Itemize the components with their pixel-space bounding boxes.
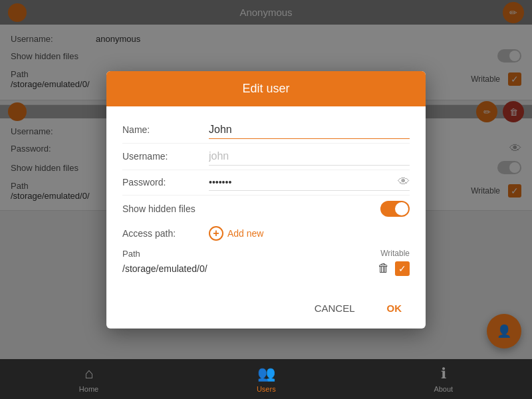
- show-hidden-label: Show hidden files: [122, 203, 209, 214]
- users-label: Users: [257, 385, 276, 393]
- password-wrapper: 👁: [209, 174, 410, 191]
- cancel-button[interactable]: CANCEL: [307, 299, 363, 318]
- path-section-row: /storage/emulated/0/ 🗑 ✓: [122, 259, 410, 276]
- name-label: Name:: [122, 124, 209, 135]
- about-icon: ℹ: [441, 365, 446, 382]
- plus-icon: +: [213, 227, 219, 239]
- add-new-label: Add new: [227, 228, 263, 239]
- add-new-button[interactable]: + Add new: [209, 226, 263, 241]
- path-value-text: /storage/emulated/0/: [122, 263, 207, 274]
- ok-button[interactable]: OK: [379, 299, 410, 318]
- path-section-label: Path: [122, 249, 140, 259]
- dialog-header: Edit user: [106, 71, 426, 106]
- access-path-row: Access path: + Add new: [122, 222, 410, 245]
- password-row: Password: 👁: [122, 170, 410, 196]
- edit-user-dialog: Edit user Name: Username: Password: 👁: [106, 71, 426, 329]
- show-hidden-toggle[interactable]: [380, 201, 410, 217]
- dialog-footer: CANCEL OK: [106, 291, 426, 329]
- add-new-circle-icon: +: [209, 226, 223, 241]
- nav-about[interactable]: ℹ About: [434, 365, 453, 393]
- dialog-body: Name: Username: Password: 👁 Show hidden …: [106, 106, 426, 291]
- password-input[interactable]: [209, 174, 398, 190]
- username-input[interactable]: [209, 148, 410, 166]
- path-check-icon: ✓: [398, 263, 406, 274]
- path-actions: 🗑 ✓: [378, 261, 410, 276]
- home-label: Home: [79, 385, 98, 393]
- dialog-title: Edit user: [242, 82, 289, 95]
- path-section: Path Writable /storage/emulated/0/ 🗑 ✓: [122, 245, 410, 280]
- username-row: Username:: [122, 144, 410, 170]
- username-label: Username:: [122, 151, 209, 162]
- path-section-header: Path Writable: [122, 249, 410, 259]
- path-writable-checkbox[interactable]: ✓: [395, 261, 410, 276]
- path-trash-icon[interactable]: 🗑: [378, 261, 390, 275]
- password-toggle-icon[interactable]: 👁: [398, 175, 410, 189]
- nav-home[interactable]: ⌂ Home: [79, 365, 98, 393]
- name-row: Name:: [122, 117, 410, 144]
- users-icon: 👥: [257, 365, 275, 382]
- name-input[interactable]: [209, 121, 410, 139]
- modal-overlay: Edit user Name: Username: Password: 👁: [0, 0, 532, 399]
- bottom-navigation: ⌂ Home 👥 Users ℹ About: [0, 359, 532, 399]
- nav-users[interactable]: 👥 Users: [257, 365, 276, 393]
- about-label: About: [434, 385, 453, 393]
- show-hidden-row: Show hidden files: [122, 196, 410, 222]
- writable-col-label: Writable: [380, 249, 410, 258]
- password-label: Password:: [122, 177, 209, 188]
- home-icon: ⌂: [84, 365, 93, 382]
- access-path-label: Access path:: [122, 228, 209, 239]
